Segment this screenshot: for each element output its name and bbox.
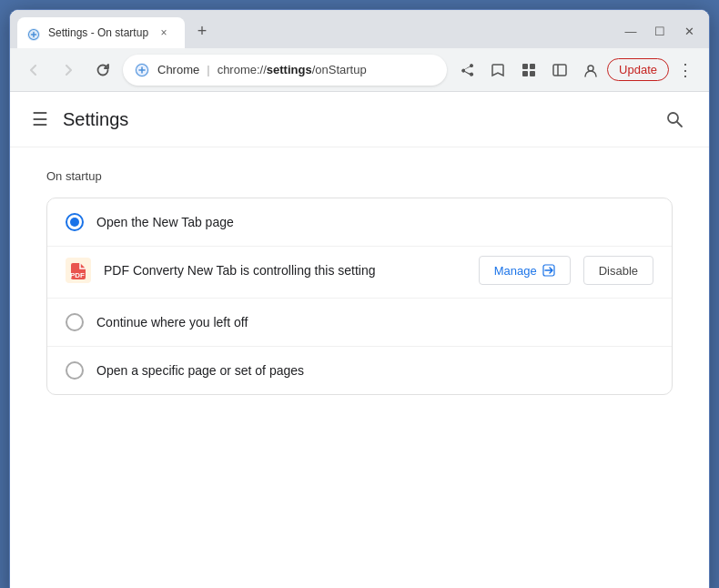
svg-rect-2 <box>522 64 528 69</box>
svg-rect-5 <box>530 71 535 76</box>
svg-text:PDF: PDF <box>70 271 85 279</box>
address-favicon-icon <box>134 62 150 78</box>
tab-close-button[interactable]: × <box>156 25 172 41</box>
window-controls: — ☐ ✕ <box>618 21 702 41</box>
settings-body: risk.com On startup Open the New Tab pag… <box>10 147 709 417</box>
share-button[interactable] <box>452 56 481 85</box>
nav-bar: Chrome | chrome://settings/onStartup Upd <box>10 48 709 92</box>
minimize-button[interactable]: — <box>618 21 643 41</box>
settings-page: ☰ Settings risk.com On startup Open the … <box>10 92 709 588</box>
sidebar-button[interactable] <box>545 56 574 85</box>
extension-row: PDF PDF Converty New Tab is controlling … <box>47 247 672 299</box>
address-bar[interactable]: Chrome | chrome://settings/onStartup <box>123 55 447 86</box>
address-url: chrome://settings/onStartup <box>218 63 367 76</box>
browser-window: Settings - On startup × + — ☐ ✕ <box>9 9 710 588</box>
disable-button[interactable]: Disable <box>583 256 653 285</box>
forward-button[interactable] <box>54 56 83 85</box>
extension-message: PDF Converty New Tab is controlling this… <box>104 263 466 278</box>
svg-point-8 <box>588 66 593 71</box>
tab-title: Settings - On startup <box>48 26 148 39</box>
settings-page-title: Settings <box>63 109 647 130</box>
svg-rect-6 <box>553 65 566 76</box>
option-row-continue[interactable]: Continue where you left off <box>47 299 672 347</box>
radio-specific-page[interactable] <box>66 361 84 380</box>
update-button[interactable]: Update <box>607 58 669 81</box>
option-label-specific-page: Open a specific page or set of pages <box>96 363 653 378</box>
section-label: On startup <box>46 169 673 183</box>
svg-rect-3 <box>530 64 535 69</box>
refresh-button[interactable] <box>88 56 117 85</box>
manage-button[interactable]: Manage <box>479 256 571 285</box>
close-button[interactable]: ✕ <box>676 21 702 41</box>
more-menu-button[interactable]: ⋮ <box>671 56 700 85</box>
option-row-specific-page[interactable]: Open a specific page or set of pages <box>47 347 672 394</box>
hamburger-menu-button[interactable]: ☰ <box>28 105 52 134</box>
options-card: Open the New Tab page PDF PDF Converty N… <box>46 198 673 395</box>
maximize-button[interactable]: ☐ <box>647 21 673 41</box>
tab-favicon-icon <box>26 25 41 40</box>
title-bar: Settings - On startup × + — ☐ ✕ <box>10 10 709 48</box>
address-brand: Chrome <box>157 63 199 76</box>
settings-header: ☰ Settings <box>10 92 709 147</box>
new-tab-button[interactable]: + <box>188 17 216 45</box>
svg-rect-4 <box>522 71 528 76</box>
extension-icon: PDF <box>66 258 91 283</box>
radio-continue[interactable] <box>66 313 84 331</box>
option-row-new-tab[interactable]: Open the New Tab page <box>47 198 672 247</box>
profile-button[interactable] <box>576 56 605 85</box>
option-label-new-tab: Open the New Tab page <box>96 215 653 229</box>
settings-search-button[interactable] <box>658 103 691 136</box>
extensions-button[interactable] <box>514 56 543 85</box>
bookmark-button[interactable] <box>483 56 512 85</box>
option-label-continue: Continue where you left off <box>96 315 653 329</box>
address-separator: | <box>207 63 209 76</box>
radio-new-tab[interactable] <box>66 213 84 231</box>
active-tab: Settings - On startup × <box>17 17 185 48</box>
back-button[interactable] <box>19 56 48 85</box>
svg-point-9 <box>668 113 678 123</box>
nav-right-icons: Update ⋮ <box>452 56 700 85</box>
svg-line-10 <box>677 122 682 127</box>
